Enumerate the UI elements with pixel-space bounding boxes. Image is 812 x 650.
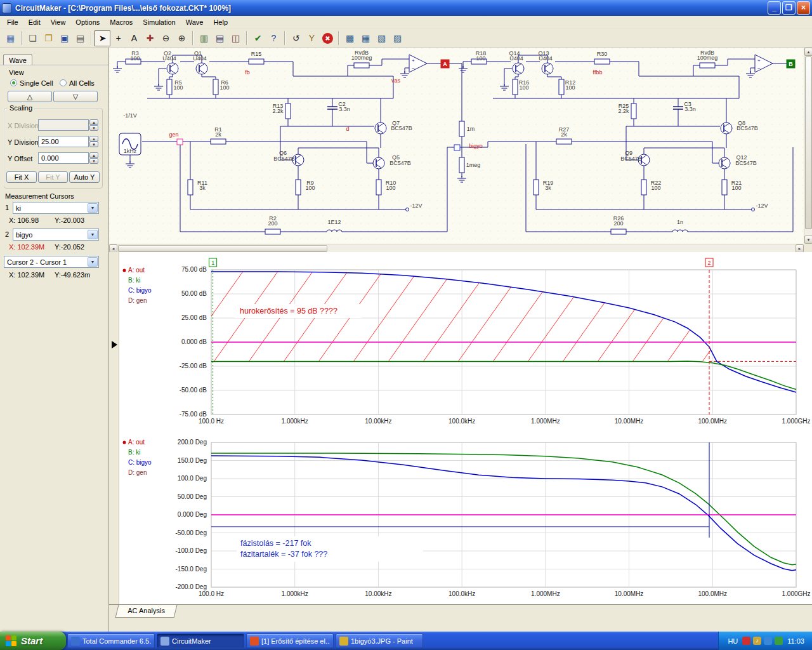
svg-text:BC547B: BC547B xyxy=(391,125,412,131)
schematic-canvas[interactable]: +−+−ABR3100Q2U404Q1U404R15fbRvdB100megva… xyxy=(109,48,804,244)
menu-macros[interactable]: Macros xyxy=(105,17,138,28)
scroll-down-icon[interactable]: ▼ xyxy=(804,235,812,244)
task-button-circuitmaker[interactable]: CircuitMaker xyxy=(157,633,244,648)
fit-x-button[interactable]: Fit X xyxy=(6,171,37,183)
taskbar: Start Total Commander 6.5...CircuitMaker… xyxy=(0,632,812,650)
plot-splitter[interactable] xyxy=(109,252,119,604)
zoom-out-icon[interactable]: ⊖ xyxy=(158,30,174,46)
spinner-down-icon[interactable]: ▼ xyxy=(89,125,98,131)
waveform-plot-area[interactable]: 100.0 Hz100.0 Hz1.000kHz1.000kHz10.00kHz… xyxy=(119,252,812,604)
cursor-diff-select[interactable]: Cursor 2 - Cursor 1 ▼ xyxy=(4,256,99,268)
y-division-spinner[interactable]: ▲ ▼ xyxy=(89,136,98,147)
cursor2-signal-select[interactable]: bigyo ▼ xyxy=(13,229,99,241)
menu-options[interactable]: Options xyxy=(70,17,105,28)
open-file-icon[interactable]: ❐ xyxy=(41,30,56,46)
scroll-cell-up-button[interactable]: △ xyxy=(8,91,52,102)
start-button[interactable]: Start xyxy=(0,632,66,650)
chevron-down-icon[interactable]: ▼ xyxy=(88,230,98,239)
task-button--1-er-s-t-p-t-se-el-[interactable]: [1] Erősítő építése el... xyxy=(246,633,334,648)
scroll-cell-down-button[interactable]: ▽ xyxy=(53,91,98,102)
zoom-in-icon[interactable]: ⊕ xyxy=(174,30,190,46)
volume-tray-icon[interactable]: ♪ xyxy=(753,637,761,645)
simulation-check-icon[interactable]: ✔ xyxy=(250,30,266,46)
cursor1-y-readout: Y:-20.003 xyxy=(55,216,84,224)
shield-tray-icon[interactable] xyxy=(775,637,783,645)
arrange-icons-icon[interactable]: ▨ xyxy=(390,30,405,46)
stop-icon[interactable]: ✖ xyxy=(320,30,336,46)
gen-node-marker[interactable] xyxy=(177,139,183,145)
menu-edit[interactable]: Edit xyxy=(23,17,46,28)
text-tool-icon[interactable]: A xyxy=(126,30,142,46)
schematic-horizontal-scrollbar[interactable]: ◄ ► xyxy=(109,244,804,252)
svg-text:75.00 dB: 75.00 dB xyxy=(181,266,207,273)
fit-y-button[interactable]: Fit Y xyxy=(38,171,68,183)
menu-simulation[interactable]: Simulation xyxy=(138,17,180,28)
antivirus-tray-icon[interactable] xyxy=(742,637,750,645)
x-division-spinner[interactable]: ▲ ▼ xyxy=(89,119,98,131)
menu-help[interactable]: Help xyxy=(208,17,233,28)
network-tray-icon[interactable] xyxy=(764,637,772,645)
scope-panel-icon[interactable]: ▤ xyxy=(212,30,228,46)
single-cell-radio[interactable] xyxy=(10,79,17,86)
bigyo-node-marker[interactable] xyxy=(454,145,460,150)
digital-panel-icon[interactable]: ▥ xyxy=(196,30,212,46)
split-view-icon[interactable]: ◫ xyxy=(228,30,244,46)
arrow-tool-icon[interactable]: ➤ xyxy=(95,30,110,46)
spinner-up-icon[interactable]: ▲ xyxy=(89,119,98,125)
y-offset-spinner[interactable]: ▲ ▼ xyxy=(89,152,98,164)
chevron-down-icon[interactable]: ▼ xyxy=(88,203,98,213)
svg-text:U404: U404 xyxy=(193,55,207,62)
menu-file[interactable]: File xyxy=(2,17,23,28)
expand-arrow-icon[interactable] xyxy=(112,341,117,348)
svg-text:D: gen: D: gen xyxy=(128,469,147,476)
tab-ac-analysis[interactable]: AC Analysis xyxy=(115,605,178,618)
svg-text:10.00MHz: 10.00MHz xyxy=(615,590,644,597)
auto-y-button[interactable]: Auto Y xyxy=(69,171,100,183)
schematic-vertical-scrollbar[interactable]: ▲ ▼ xyxy=(804,48,812,244)
cursor1-signal-select[interactable]: ki ▼ xyxy=(13,202,99,214)
chevron-down-icon[interactable]: ▼ xyxy=(88,257,98,267)
menu-wave[interactable]: Wave xyxy=(181,17,209,28)
wire-tool-icon[interactable]: + xyxy=(110,30,126,46)
spinner-up-icon[interactable]: ▲ xyxy=(89,152,98,158)
svg-text:1.000GHz: 1.000GHz xyxy=(782,418,810,425)
parts-bin-icon[interactable]: ▦ xyxy=(3,30,18,46)
title-bar[interactable]: CircuitMaker - [C:\Program Files\...\els… xyxy=(0,0,812,16)
restore-button[interactable]: ❐ xyxy=(782,1,796,15)
task-button-1bigy-3-jpg-paint[interactable]: 1bigyó3.JPG - Paint xyxy=(336,633,423,648)
new-file-icon[interactable]: ❏ xyxy=(25,30,41,46)
svg-text:1m: 1m xyxy=(467,126,475,132)
save-file-icon[interactable]: ▣ xyxy=(56,30,72,46)
view-section-label: View xyxy=(9,69,24,76)
tab-wave[interactable]: Wave xyxy=(3,54,32,65)
language-indicator[interactable]: HU xyxy=(728,637,738,645)
y-offset-field[interactable]: 0.000 xyxy=(38,152,89,164)
all-cells-radio[interactable] xyxy=(60,79,67,86)
scroll-up-icon[interactable]: ▲ xyxy=(804,48,812,56)
gain-annotation: hurokerősítés = 95 dB ???? xyxy=(240,307,337,315)
y-division-field[interactable]: 25.00 xyxy=(38,136,89,147)
svg-text:BC547B: BC547B xyxy=(735,160,757,166)
tile-windows-icon[interactable]: ▦ xyxy=(358,30,374,46)
svg-text:10.00MHz: 10.00MHz xyxy=(615,418,644,425)
spinner-down-icon[interactable]: ▼ xyxy=(89,142,98,147)
svg-text:100.0 Deg: 100.0 Deg xyxy=(178,475,207,482)
waveform-window-icon[interactable]: ▩ xyxy=(342,30,358,46)
svg-text:3.3n: 3.3n xyxy=(339,106,350,112)
minimize-button[interactable]: _ xyxy=(768,1,781,15)
probe-tool-icon[interactable]: Y xyxy=(304,30,320,46)
vscroll-thumb[interactable] xyxy=(805,56,812,229)
help-icon[interactable]: ? xyxy=(266,30,282,46)
delete-tool-icon[interactable]: ✚ xyxy=(142,30,158,46)
x-division-field[interactable] xyxy=(38,119,89,131)
hscroll-thumb[interactable] xyxy=(118,245,327,252)
cascade-windows-icon[interactable]: ▧ xyxy=(374,30,390,46)
menu-view[interactable]: View xyxy=(46,17,71,28)
reset-icon[interactable]: ↺ xyxy=(288,30,304,46)
spinner-up-icon[interactable]: ▲ xyxy=(89,136,98,142)
print-icon[interactable]: ▤ xyxy=(72,30,88,46)
close-button[interactable]: × xyxy=(797,1,810,15)
task-button-total-commander-6-5-[interactable]: Total Commander 6.5... xyxy=(67,633,155,648)
svg-text:A: out: A: out xyxy=(128,267,145,274)
spinner-down-icon[interactable]: ▼ xyxy=(89,158,98,164)
